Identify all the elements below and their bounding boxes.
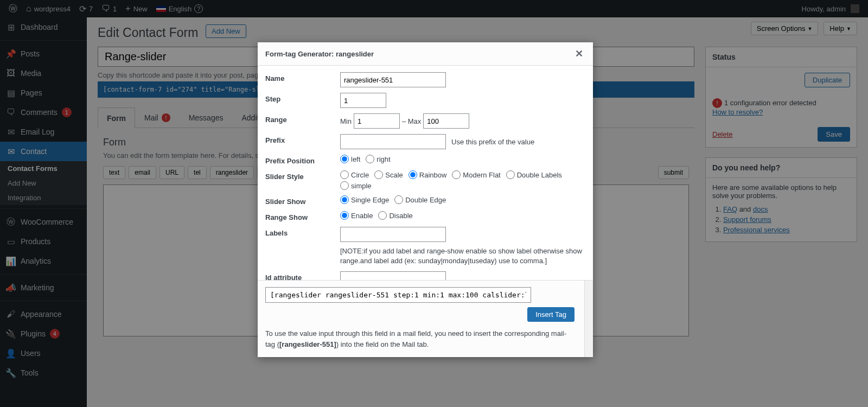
slider-style-label: Slider Style	[265, 170, 340, 181]
labels-input[interactable]	[340, 227, 446, 242]
scroll-up-icon[interactable]: ▲	[587, 282, 592, 287]
labels-note: [NOTE:if you add label and range-show en…	[340, 246, 585, 266]
prefix-hint: Use this prefix of the value	[451, 138, 534, 146]
form-tag-modal: Form-tag Generator: rangeslider ✕ Name S…	[258, 42, 593, 357]
name-input[interactable]	[340, 72, 446, 87]
show-single-radio[interactable]	[340, 195, 349, 204]
style-modernflat-radio[interactable]	[452, 170, 461, 179]
tag-output[interactable]	[265, 287, 531, 303]
min-label: Min	[340, 117, 352, 125]
style-simple-radio[interactable]	[340, 181, 349, 190]
range-enable-radio[interactable]	[340, 211, 349, 220]
scroll-down-icon[interactable]: ▼	[587, 351, 592, 356]
max-label: – Max	[402, 117, 421, 125]
style-rainbow-radio[interactable]	[409, 170, 417, 179]
range-label: Range	[265, 113, 340, 124]
step-label: Step	[265, 93, 340, 103]
prefix-left-radio[interactable]	[340, 155, 349, 163]
style-doublelabels-radio[interactable]	[506, 170, 515, 179]
range-disable-radio[interactable]	[378, 211, 387, 220]
close-icon[interactable]: ✕	[573, 48, 585, 60]
prefix-pos-label: Prefix Position	[265, 155, 340, 165]
min-input[interactable]	[354, 113, 400, 129]
mail-tag: [rangeslider-551]	[279, 340, 336, 348]
prefix-label: Prefix	[265, 134, 340, 144]
style-circle-radio[interactable]	[340, 170, 349, 179]
step-input[interactable]	[340, 93, 386, 108]
range-show-label: Range Show	[265, 211, 340, 221]
name-label: Name	[265, 72, 340, 82]
slider-show-label: Slider Show	[265, 195, 340, 206]
prefix-right-radio[interactable]	[366, 155, 374, 163]
style-scale-radio[interactable]	[374, 170, 383, 179]
labels-label: Labels	[265, 227, 340, 237]
id-attr-input[interactable]	[340, 271, 446, 280]
modal-title: Form-tag Generator: rangeslider	[265, 50, 374, 58]
id-attr-label: Id attribute	[265, 271, 340, 280]
prefix-input[interactable]	[340, 134, 446, 149]
footer-note: To use the value input through this fiel…	[265, 328, 585, 349]
max-input[interactable]	[423, 113, 469, 129]
insert-tag-button[interactable]: Insert Tag	[527, 307, 575, 322]
show-double-radio[interactable]	[394, 195, 403, 204]
